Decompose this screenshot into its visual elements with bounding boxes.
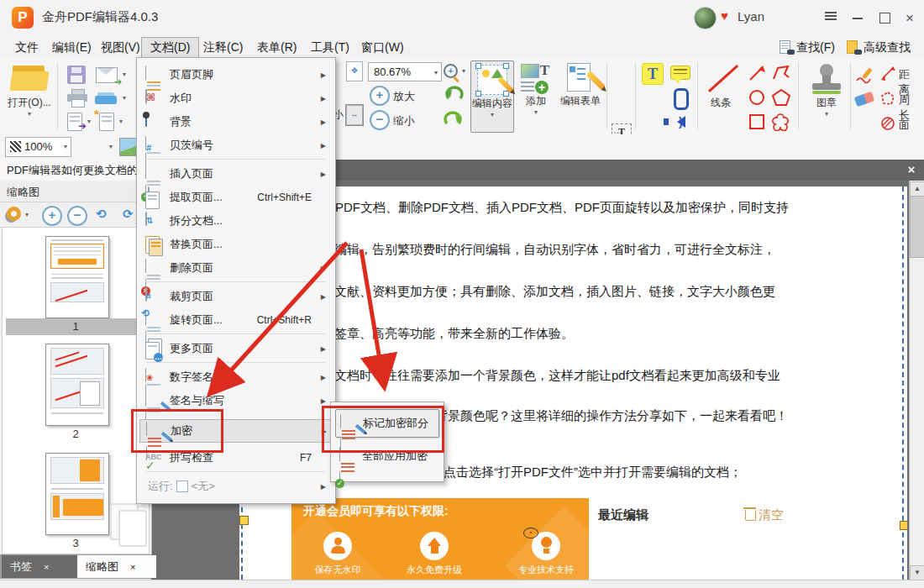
fit-page-icon[interactable]: ✥: [346, 61, 363, 81]
audio-button[interactable]: [677, 116, 685, 128]
menu-form[interactable]: 表单(R): [249, 37, 305, 57]
menu-file[interactable]: 文件: [7, 37, 47, 57]
scroll-down-icon[interactable]: ▼: [910, 565, 924, 580]
scan-dropdown[interactable]: ▾: [123, 94, 126, 102]
export-button[interactable]: ➜: [67, 113, 82, 131]
line-tool-button[interactable]: 线条: [702, 62, 739, 110]
tab-close-icon[interactable]: ×: [44, 562, 49, 572]
menu-view[interactable]: 视图(V): [92, 37, 149, 57]
thumb-zoom-in-button[interactable]: +: [42, 206, 62, 226]
menu-item-background[interactable]: 背景▶: [139, 110, 332, 134]
zoom-in-icon: +: [370, 86, 390, 106]
new-page-dropdown[interactable]: ▾: [119, 118, 123, 125]
stamp-button[interactable]: 图章 ▾: [805, 60, 848, 118]
polyline-tool[interactable]: [771, 64, 791, 85]
edit-content-button[interactable]: 编辑内容 ▾: [470, 60, 514, 133]
zoom-out-button[interactable]: −: [370, 110, 390, 130]
thumb-zoom-out-button[interactable]: −: [67, 206, 87, 226]
menu-item-watermark[interactable]: ⌘ 水印▶: [139, 87, 332, 110]
pencil-tool[interactable]: [855, 66, 875, 86]
eraser-tool[interactable]: [855, 94, 874, 104]
export-dropdown[interactable]: ▾: [87, 118, 91, 125]
menu-item-digital-signature[interactable]: ❀ 数字签名▶: [139, 365, 332, 389]
pentagon-tool[interactable]: [771, 88, 791, 109]
zoom-out-label[interactable]: 缩小: [393, 113, 415, 129]
menu-document[interactable]: 文档(D): [141, 37, 199, 59]
link-button[interactable]: [674, 88, 689, 110]
advanced-find-button[interactable]: 高级查找(S): [847, 38, 924, 56]
menu-tools[interactable]: 工具(T): [302, 37, 358, 57]
tab-close-icon[interactable]: ×: [130, 562, 135, 572]
sign-initials-icon: [145, 392, 162, 409]
page-thumbnail-2[interactable]: [45, 344, 109, 426]
page-thumbnail-3[interactable]: [45, 453, 109, 535]
tab-bookmarks[interactable]: 书签×: [2, 555, 82, 578]
scrollbar-thumb[interactable]: [910, 196, 924, 258]
undo-button[interactable]: [443, 84, 465, 107]
rotate-left-icon[interactable]: ⟲: [96, 207, 107, 222]
menu-item-split-document[interactable]: ⇅ 拆分文档...: [139, 209, 332, 233]
document-close-icon[interactable]: ×: [904, 162, 919, 177]
open-button[interactable]: 打开(O)... ▾: [7, 66, 52, 118]
menu-item-more-pages[interactable]: … 更多页面▶: [139, 337, 332, 360]
perimeter-tool[interactable]: 周长: [880, 91, 895, 108]
menu-comment[interactable]: 注释(C): [195, 37, 251, 57]
menu-item-bates-number[interactable]: # 贝茨编号▶: [139, 134, 332, 157]
avatar[interactable]: [694, 7, 717, 29]
marquee-zoom-button[interactable]: +: [444, 64, 460, 81]
fit-width-icon[interactable]: ↔: [346, 105, 363, 125]
page-zoom-combo[interactable]: 100%▾: [5, 137, 71, 157]
menu-item-header-footer[interactable]: 页眉页脚▶: [139, 63, 332, 87]
minimize-button[interactable]: [847, 10, 869, 27]
distance-tool[interactable]: 距离: [880, 66, 895, 83]
selection-handle-right[interactable]: [900, 521, 907, 530]
username[interactable]: Lyan: [738, 9, 764, 24]
menu-item-replace-page[interactable]: 替换页面...: [139, 233, 332, 256]
menu-item-insert-page[interactable]: + 插入页面▶: [139, 162, 332, 186]
circle-tool[interactable]: [748, 88, 766, 109]
save-button[interactable]: [67, 66, 86, 84]
add-button[interactable]: T + 添加 ▾: [517, 60, 554, 131]
page-number-label[interactable]: 2: [6, 428, 145, 443]
app-menu-icon[interactable]: [820, 10, 842, 27]
edit-form-button[interactable]: 编辑表单: [556, 60, 605, 131]
menu-item-crop-page[interactable]: ⌗ 裁剪页面▶: [139, 285, 332, 308]
rotate-right-icon[interactable]: ⟳: [123, 207, 134, 222]
square-tool[interactable]: [748, 113, 766, 134]
print-button[interactable]: [67, 89, 87, 106]
marquee-zoom-dropdown[interactable]: ▾: [462, 67, 465, 75]
doc-text-line: 编辑，告别繁琐费时的行间编辑，自动识别字体，省时省力，可进行全文标注，: [334, 242, 775, 258]
redo-button[interactable]: [443, 109, 465, 132]
cloud-tool[interactable]: [771, 113, 791, 134]
highlight-text-icon[interactable]: T: [642, 63, 664, 85]
email-button[interactable]: [96, 67, 118, 83]
find-button[interactable]: 查找(F): [780, 38, 835, 56]
new-page-button[interactable]: *: [99, 113, 114, 131]
thumbnail-options-dropdown[interactable]: ▾: [25, 211, 29, 218]
zoom-combo[interactable]: 80.67%▾: [368, 62, 442, 81]
color-swatch-dropdown[interactable]: ▾: [109, 143, 113, 150]
selection-handle-left[interactable]: [239, 516, 249, 525]
menu-item-delete-page[interactable]: × 删除页面▶: [139, 256, 332, 280]
page-thumbnail-1[interactable]: [45, 236, 109, 318]
pdf-page[interactable]: PDF文档、删除PDF文档、插入PDF文档、PDF页面旋转以及加密保护，同时支持…: [239, 186, 907, 580]
note-comment-button[interactable]: [670, 66, 690, 80]
scan-button[interactable]: [95, 91, 117, 106]
menu-edit[interactable]: 编辑(E): [44, 37, 100, 57]
maximize-button[interactable]: [874, 10, 895, 27]
menu-item-extract-page[interactable]: 提取页面...Ctrl+Shift+E: [139, 186, 332, 209]
area-tool[interactable]: 面积: [880, 116, 895, 134]
page-number-label[interactable]: 1: [6, 318, 145, 335]
menu-item-rotate-page[interactable]: ⟲ 旋转页面...Ctrl+Shift+R: [139, 308, 332, 332]
scroll-up-icon[interactable]: ▲: [910, 181, 924, 197]
member-banner[interactable]: 开通会员即可享有以下权限: 保存无水印 永久免费升级 专业技术支持: [291, 498, 589, 580]
tab-thumbnails[interactable]: 缩略图×: [77, 555, 156, 578]
arrow-tool[interactable]: [748, 64, 766, 85]
thumbnail-options-button[interactable]: [7, 207, 21, 221]
email-dropdown[interactable]: ▾: [123, 71, 126, 78]
close-button[interactable]: ×: [899, 10, 921, 27]
zoom-in-label[interactable]: 放大: [393, 89, 415, 104]
zoom-in-button[interactable]: +: [370, 86, 390, 106]
menu-window[interactable]: 窗口(W): [353, 37, 412, 57]
clear-button[interactable]: 清空: [745, 507, 784, 523]
